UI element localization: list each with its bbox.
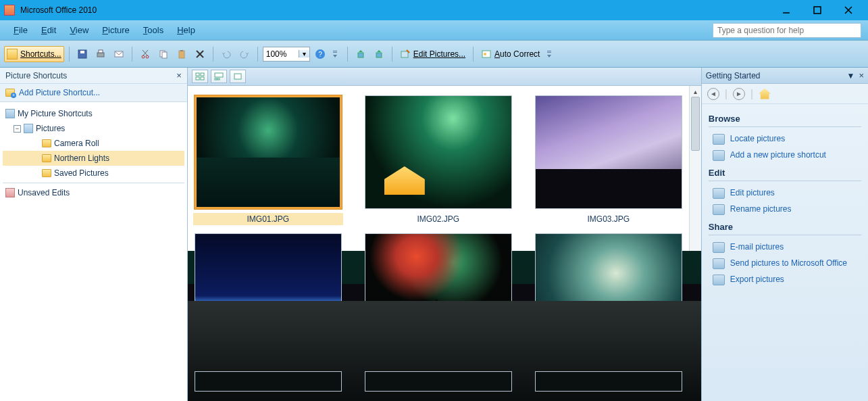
help-button[interactable]: ? <box>312 46 328 62</box>
share-link[interactable]: Send pictures to Microsoft Office <box>709 256 861 272</box>
thumbnail-image <box>195 371 342 392</box>
menu-picture[interactable]: Picture <box>95 22 136 38</box>
copy-button[interactable] <box>155 46 172 62</box>
zoom-input[interactable] <box>263 49 299 59</box>
tree-root[interactable]: My Picture Shortcuts <box>3 106 184 121</box>
link-icon <box>713 258 725 269</box>
tree-folder[interactable]: Camera Roll <box>3 136 184 151</box>
zoom-combo[interactable]: ▾ <box>263 47 310 62</box>
thumbnail-image <box>535 371 682 392</box>
view-thumbnails-button[interactable] <box>192 70 208 83</box>
link-icon <box>713 188 725 199</box>
task-pane-dropdown[interactable]: ▼ <box>847 71 855 80</box>
view-filmstrip-button[interactable] <box>211 70 227 83</box>
svg-point-9 <box>142 55 145 58</box>
print-button[interactable] <box>93 46 109 62</box>
folder-icon <box>42 139 51 147</box>
auto-correct-icon <box>481 49 492 60</box>
scroll-up-icon[interactable]: ▴ <box>690 86 700 97</box>
toolbar-overflow-2[interactable] <box>546 46 553 62</box>
link-label: Send pictures to Microsoft Office <box>730 258 847 269</box>
svg-text:?: ? <box>318 51 322 58</box>
link-label: Locate pictures <box>730 134 785 145</box>
save-button[interactable] <box>74 46 91 62</box>
unsaved-edits-label: Unsaved Edits <box>18 188 70 197</box>
add-shortcut-icon: + <box>5 89 15 97</box>
edit-link[interactable]: Edit pictures <box>709 185 861 202</box>
redo-button[interactable] <box>236 46 253 62</box>
thumbnail-area: IMG01.JPGIMG02.JPGIMG03.JPGIMG04.JPGIMG0… <box>188 68 701 401</box>
share-link[interactable]: E-mail pictures <box>709 239 861 256</box>
cut-button[interactable] <box>137 46 153 62</box>
redo-icon <box>239 49 250 60</box>
section-edit-title: Edit <box>709 168 861 178</box>
edit-pictures-button[interactable]: Edit Pictures... <box>397 46 468 62</box>
rotate-left-button[interactable] <box>353 46 369 62</box>
menu-file[interactable]: File <box>7 22 34 38</box>
thumbnail[interactable]: IMG02.JPG <box>363 95 513 225</box>
share-link[interactable]: Export pictures <box>709 272 861 288</box>
undo-button[interactable] <box>218 46 234 62</box>
zoom-dropdown-icon[interactable]: ▾ <box>299 50 309 57</box>
add-shortcut-label: Add Picture Shortcut... <box>19 88 100 97</box>
unsaved-edits-icon <box>5 188 15 197</box>
link-icon <box>713 134 725 145</box>
mail-button[interactable] <box>111 46 127 62</box>
minimize-button[interactable] <box>771 0 802 20</box>
auto-correct-button[interactable]: Auto Correct <box>478 46 542 62</box>
svg-point-26 <box>484 53 486 55</box>
menu-edit[interactable]: Edit <box>34 22 63 38</box>
menu-help[interactable]: Help <box>170 22 202 38</box>
scroll-thumb[interactable] <box>691 97 700 151</box>
unsaved-edits-node[interactable]: Unsaved Edits <box>3 185 184 200</box>
close-button[interactable] <box>833 0 864 20</box>
edit-link[interactable]: Rename pictures <box>709 202 861 218</box>
paste-button[interactable] <box>174 46 190 62</box>
add-picture-shortcut-link[interactable]: + Add Picture Shortcut... <box>0 84 187 102</box>
browse-link[interactable]: Add a new picture shortcut <box>709 147 861 164</box>
folder-icon <box>42 154 51 162</box>
view-single-button[interactable] <box>230 70 246 83</box>
nav-back-button[interactable]: ◄ <box>707 88 719 100</box>
left-panel-close-button[interactable]: × <box>176 70 182 80</box>
nav-home-button[interactable] <box>759 89 771 99</box>
shortcuts-button[interactable]: Shortcuts... <box>4 46 64 62</box>
tree-pictures-node[interactable]: − Pictures <box>3 121 184 136</box>
collapse-icon[interactable]: − <box>14 125 21 133</box>
getting-started-panel: Getting Started ▼ × ◄ | ► | Browse Locat… <box>701 68 868 401</box>
vertical-scrollbar[interactable]: ▴ ▾ <box>689 86 701 401</box>
folder-label: Northern Lights <box>54 154 109 163</box>
svg-rect-34 <box>234 74 241 79</box>
link-label: E-mail pictures <box>730 242 784 253</box>
rotate-right-icon <box>374 49 384 60</box>
toolbar-overflow[interactable] <box>332 46 338 62</box>
close-icon <box>843 5 854 16</box>
main-toolbar: Shortcuts... ▾ ? Edit Pictures... Auto C… <box>0 41 868 68</box>
title-bar: Microsoft Office 2010 <box>0 0 868 20</box>
tree-folder[interactable]: Northern Lights <box>3 151 184 166</box>
thumbnail-image <box>365 95 512 209</box>
thumbnail[interactable]: IMG01.JPG <box>193 95 343 225</box>
nav-forward-button[interactable]: ► <box>733 88 745 100</box>
task-pane-nav: ◄ | ► | <box>702 84 868 104</box>
thumbnail[interactable] <box>193 371 343 392</box>
right-panel-header: Getting Started ▼ × <box>702 68 868 84</box>
thumbnail[interactable]: IMG06.JPG <box>534 233 684 363</box>
right-panel-close-button[interactable]: × <box>859 70 864 80</box>
thumbnail[interactable] <box>363 371 513 392</box>
browse-link[interactable]: Locate pictures <box>709 131 861 147</box>
tree-root-label: My Picture Shortcuts <box>18 109 93 118</box>
rotate-right-button[interactable] <box>371 46 387 62</box>
help-search-input[interactable] <box>713 23 861 38</box>
view-toolbar <box>188 68 701 86</box>
thumbnail[interactable] <box>534 371 684 392</box>
svg-rect-33 <box>218 78 220 80</box>
thumbnail[interactable]: IMG03.JPG <box>534 95 684 225</box>
tree-folder[interactable]: Saved Pictures <box>3 166 184 181</box>
svg-rect-16 <box>180 50 183 51</box>
menu-view[interactable]: View <box>63 22 95 38</box>
menu-tools[interactable]: Tools <box>136 22 170 38</box>
delete-button[interactable] <box>192 46 208 62</box>
maximize-button[interactable] <box>802 0 833 20</box>
thumbnail-image <box>365 371 512 392</box>
